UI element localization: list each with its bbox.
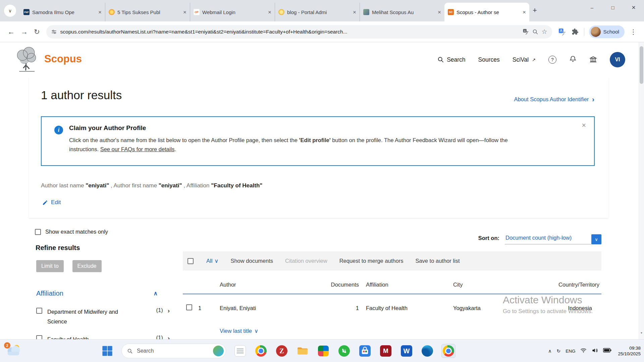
user-avatar[interactable]: VI <box>610 52 625 67</box>
tab-samodra[interactable]: PKP Samodra Ilmu Ope × <box>20 3 105 21</box>
tab-5-tips[interactable]: 5 Tips Sukses Publ × <box>105 3 190 21</box>
affiliation-checkbox[interactable] <box>36 335 42 339</box>
page-title: 1 author results <box>41 88 122 102</box>
search-daily-image[interactable] <box>213 346 224 356</box>
store-icon[interactable] <box>358 344 372 358</box>
chevron-up-icon[interactable]: ∧ <box>154 290 158 297</box>
close-icon[interactable]: × <box>438 9 441 15</box>
faq-link[interactable]: See our FAQs for more details <box>100 146 175 152</box>
show-documents-button[interactable]: Show documents <box>230 258 273 264</box>
forward-button[interactable]: → <box>21 28 28 36</box>
chevron-right-icon[interactable]: › <box>168 307 170 314</box>
nav-scival[interactable]: SciVal ↗ <box>513 56 536 63</box>
close-icon[interactable]: × <box>523 9 526 15</box>
institution-icon[interactable] <box>589 55 597 64</box>
scopus-logo-tree[interactable] <box>13 46 40 74</box>
photos-icon[interactable] <box>317 344 330 358</box>
banner-close-icon[interactable]: × <box>582 121 586 130</box>
tray-chevron-up-icon[interactable]: ∧ <box>548 348 551 354</box>
taskbar-search-box[interactable]: Search <box>121 344 226 358</box>
claim-banner-body: Click on the author's name from the list… <box>69 136 574 154</box>
chevron-right-icon[interactable]: › <box>168 335 170 339</box>
save-author-list-button[interactable]: Save to author list <box>415 258 460 264</box>
nav-scival-label: SciVal <box>513 56 529 63</box>
chrome-active-icon[interactable] <box>441 344 455 358</box>
exact-matches-checkbox[interactable] <box>35 229 41 235</box>
header-author[interactable]: Author <box>220 282 236 288</box>
scrollbar-thumb[interactable] <box>640 46 643 84</box>
sync-icon[interactable]: ↻ <box>556 348 560 354</box>
header-affiliation[interactable]: Affiliation <box>366 282 388 288</box>
chevron-down-icon: ∨ <box>8 8 12 13</box>
edit-search-link[interactable]: Edit <box>42 199 61 206</box>
search-in-page-icon[interactable] <box>532 29 538 35</box>
header-country[interactable]: Country/Territory <box>516 282 599 288</box>
widgets-weather-icon[interactable]: 2 <box>5 343 23 359</box>
chrome-icon[interactable] <box>254 344 268 358</box>
file-explorer-icon[interactable] <box>296 344 309 358</box>
minimize-button[interactable]: – <box>582 0 602 15</box>
row-checkbox[interactable] <box>186 304 192 310</box>
affiliation-section-header[interactable]: Affiliation ∧ <box>36 290 158 297</box>
nav-search[interactable]: Search <box>437 56 465 63</box>
mendeley-icon[interactable]: M <box>379 344 392 358</box>
taskbar-clock[interactable]: 09:38 25/10/2025 <box>618 345 641 357</box>
sort-dropdown[interactable]: Document count (high-low) ∨ <box>505 233 601 244</box>
address-bar[interactable]: scopus.com/results/authorNamesList.uri?n… <box>46 25 552 39</box>
exclude-button[interactable]: Exclude <box>72 260 102 272</box>
tab-melihat[interactable]: Melihat Scopus Au × <box>360 3 444 21</box>
chevron-down-icon[interactable]: ∨ <box>591 234 601 244</box>
profile-chip[interactable]: School <box>589 25 625 38</box>
new-tab-button[interactable]: + <box>533 6 537 15</box>
author-name-link[interactable]: Eniyati, Eniyati <box>220 305 256 311</box>
close-icon[interactable]: × <box>183 9 186 15</box>
help-icon[interactable]: ? <box>548 56 556 64</box>
about-author-identifier-link[interactable]: About Scopus Author Identifier › <box>514 96 594 103</box>
nav-sources[interactable]: Sources <box>478 56 500 63</box>
battery-icon[interactable] <box>603 348 611 354</box>
tab-scopus-active[interactable]: SC Scopus - Author se × <box>444 3 529 21</box>
browser-menu-icon[interactable]: ⋮ <box>630 28 637 36</box>
tab-webmail[interactable]: cP Webmail Login × <box>190 3 275 21</box>
translate-icon[interactable]: A <box>523 28 529 35</box>
language-indicator[interactable]: ENG <box>566 349 575 354</box>
tab-blog[interactable]: blog - Portal Admi × <box>275 3 360 21</box>
zotero-icon[interactable]: Z <box>275 344 288 358</box>
limit-to-button[interactable]: Limit to <box>36 260 64 272</box>
notepad-icon[interactable] <box>233 344 247 358</box>
close-icon[interactable]: × <box>353 9 356 15</box>
scopus-brand[interactable]: Scopus <box>44 53 82 65</box>
view-last-title-link[interactable]: View last title ∨ <box>220 328 258 334</box>
window-close-button[interactable]: × <box>623 0 644 15</box>
reload-button[interactable]: ↻ <box>34 28 40 36</box>
volume-icon[interactable] <box>592 347 598 355</box>
tab-search-button[interactable]: ∨ <box>4 5 16 17</box>
start-button[interactable] <box>101 344 114 358</box>
all-dropdown[interactable]: All ∨ <box>206 258 218 264</box>
translate-extension-icon[interactable]: A <box>558 28 566 36</box>
edge-icon[interactable] <box>421 344 434 358</box>
scrollbar-down-arrow[interactable]: ▼ <box>639 331 644 335</box>
merge-authors-button[interactable]: Request to merge authors <box>339 258 404 264</box>
whatsapp-icon[interactable]: 21 <box>337 344 351 358</box>
site-settings-icon[interactable] <box>51 29 57 35</box>
close-icon[interactable]: × <box>98 9 102 15</box>
documents-count[interactable]: 1 <box>283 305 359 311</box>
tab-label: Melihat Scopus Au <box>372 9 435 15</box>
browser-toolbar: ← → ↻ scopus.com/results/authorNamesList… <box>0 21 644 42</box>
wifi-icon[interactable] <box>580 347 587 355</box>
header-documents[interactable]: Documents <box>283 282 359 288</box>
url-text[interactable]: scopus.com/results/authorNamesList.uri?n… <box>60 29 519 35</box>
select-all-checkbox[interactable] <box>187 258 194 264</box>
word-icon[interactable]: W <box>400 344 413 358</box>
page-scrollbar: ▼ <box>639 42 644 339</box>
extensions-icon[interactable] <box>572 28 579 35</box>
row-city: Yogyakarta <box>453 305 481 311</box>
notifications-bell-icon[interactable] <box>569 55 577 64</box>
header-city[interactable]: City <box>453 282 463 288</box>
close-icon[interactable]: × <box>268 9 271 15</box>
back-button[interactable]: ← <box>8 28 15 36</box>
maximize-button[interactable]: □ <box>602 0 623 15</box>
bookmark-star-icon[interactable]: ☆ <box>542 28 547 36</box>
affiliation-checkbox[interactable] <box>36 308 42 314</box>
